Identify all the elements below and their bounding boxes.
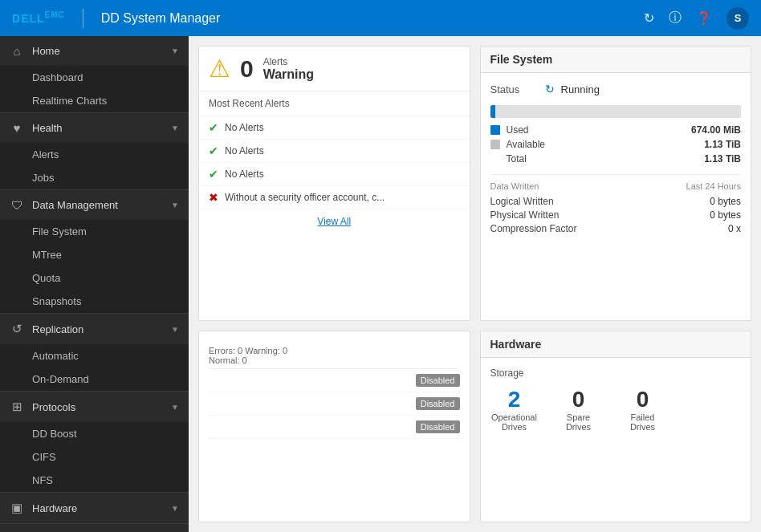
main-content: ⚠ 0 Alerts Warning Most Recent Alerts ✔ … (189, 36, 761, 532)
sidebar-item-automatic[interactable]: Automatic (0, 344, 189, 368)
view-all-link[interactable]: View All (199, 209, 470, 234)
sidebar-item-dd-boost[interactable]: DD Boost (0, 422, 189, 445)
sidebar-item-home[interactable]: ⌂ Home ▼ (0, 36, 189, 66)
alert-item-4: ✖ Without a security officer account, c.… (199, 186, 470, 209)
hw-drives-container: 2 Operational Drives 0 Spare Drives 0 Fa… (490, 387, 742, 432)
hardware-icon: ▣ (10, 501, 24, 515)
fs-status-label: Status (490, 83, 539, 95)
health-chevron-icon: ▼ (171, 124, 179, 132)
sidebar-section-home: ⌂ Home ▼ Dashboard Realtime Charts (0, 36, 189, 113)
alert-count: 0 (240, 55, 254, 83)
sidebar-protocols-children: DD Boost CIFS NFS (0, 422, 189, 492)
sidebar-item-replication[interactable]: ↺ Replication ▼ (0, 314, 189, 344)
fs-status-row: Status ↻ Running (490, 83, 742, 95)
sidebar-section-data-management: 🛡 Data Management ▼ File System MTree Qu… (0, 190, 189, 314)
proto-status-3: Disabled (416, 420, 460, 433)
sidebar-protocols-label: Protocols (32, 401, 171, 413)
alert-label-block: Alerts Warning (263, 56, 314, 82)
sidebar-item-file-system[interactable]: File System (0, 220, 189, 243)
compression-factor-row: Compression Factor 0 x (490, 223, 742, 234)
sidebar-item-hardware[interactable]: ▣ Hardware ▼ (0, 493, 189, 523)
hardware-card-body: Storage 2 Operational Drives 0 Spare Dri… (481, 358, 751, 441)
ok-icon-3: ✔ (209, 168, 218, 181)
app-body: ⌂ Home ▼ Dashboard Realtime Charts ♥ Hea… (0, 36, 761, 532)
operational-drives-label: Operational Drives (490, 412, 539, 432)
spare-drives-item: 0 Spare Drives (555, 387, 603, 432)
alert-severity-label: Warning (263, 67, 314, 82)
sidebar-item-protocols[interactable]: ⊞ Protocols ▼ (0, 392, 189, 422)
app-title: DD System Manager (101, 11, 221, 26)
replication-icon: ↺ (10, 322, 24, 336)
sidebar-item-cifs[interactable]: CIFS (0, 445, 189, 469)
sidebar-item-jobs[interactable]: Jobs (0, 166, 189, 189)
user-avatar[interactable]: S (726, 7, 749, 30)
data-written-header-label: Data Written (490, 181, 539, 191)
alert-item-3: ✔ No Alerts (199, 163, 470, 186)
sidebar-item-alerts[interactable]: Alerts (0, 143, 189, 166)
alert-item-2: ✔ No Alerts (199, 140, 470, 163)
sidebar-health-children: Alerts Jobs (0, 143, 189, 189)
available-legend-label: Available (507, 139, 698, 150)
sidebar-hardware-label: Hardware (32, 502, 171, 514)
protocols-chevron-icon: ▼ (171, 403, 179, 412)
replication-chevron-icon: ▼ (171, 325, 179, 334)
alert-text-2: No Alerts (225, 145, 264, 156)
available-swatch (490, 140, 500, 149)
sidebar-section-hardware: ▣ Hardware ▼ (0, 493, 189, 524)
sidebar-data-management-label: Data Management (32, 199, 171, 211)
alert-text-3: No Alerts (225, 169, 264, 180)
failed-drives-label: Failed Drives (619, 412, 667, 432)
brand-area: DELLEMC DD System Manager (12, 9, 220, 28)
compression-factor-value: 0 x (728, 223, 741, 234)
errors-text-2: rrors: 0 Warning: 0 (214, 346, 287, 355)
brand-logo: DELLEMC (12, 10, 65, 26)
used-legend-value: 674.00 MiB (691, 124, 741, 136)
help-icon[interactable]: ❓ (696, 10, 712, 26)
proto-row-3: Disabled (209, 416, 460, 439)
sidebar-health-label: Health (32, 122, 171, 134)
normal-text: Normal: 0 (209, 355, 247, 365)
nav-icons: ↻ ⓘ ❓ S (644, 7, 749, 30)
fs-data-header: Data Written Last 24 Hours (490, 181, 742, 191)
fs-legend-used: Used 674.00 MiB (490, 124, 742, 136)
error-icon-1: ✖ (209, 191, 218, 204)
ok-icon-2: ✔ (209, 144, 218, 157)
sidebar-bottom[interactable]: ⊙ (0, 524, 189, 532)
sidebar-item-data-management[interactable]: 🛡 Data Management ▼ (0, 190, 189, 220)
sidebar-data-management-children: File System MTree Quota Snapshots (0, 220, 189, 313)
file-system-card-header: File System (481, 47, 751, 73)
alert-summary: ⚠ 0 Alerts Warning (199, 47, 470, 91)
sidebar-replication-children: Automatic On-Demand (0, 344, 189, 391)
used-legend-label: Used (507, 124, 685, 136)
sidebar-item-realtime-charts[interactable]: Realtime Charts (0, 89, 189, 112)
compression-factor-label: Compression Factor (490, 223, 577, 234)
fs-status-value: Running (561, 83, 600, 95)
sidebar-item-nfs[interactable]: NFS (0, 469, 189, 492)
available-legend-value: 1.13 TiB (704, 139, 741, 150)
brand-divider (83, 9, 83, 28)
hardware-card: Hardware Storage 2 Operational Drives 0 … (480, 331, 752, 523)
shield-icon: 🛡 (10, 198, 24, 212)
used-swatch (490, 125, 500, 135)
home-icon: ⌂ (10, 44, 24, 58)
fs-data-section: Data Written Last 24 Hours Logical Writt… (490, 181, 742, 234)
sidebar: ⌂ Home ▼ Dashboard Realtime Charts ♥ Hea… (0, 36, 189, 532)
fs-progress-fill (490, 105, 495, 118)
sidebar-item-health[interactable]: ♥ Health ▼ (0, 113, 189, 143)
info-icon[interactable]: ⓘ (669, 10, 682, 26)
spare-drives-count: 0 (572, 387, 585, 412)
data-management-chevron-icon: ▼ (171, 201, 179, 209)
total-swatch (490, 154, 500, 164)
physical-written-label: Physical Written (490, 209, 560, 221)
sidebar-home-children: Dashboard Realtime Charts (0, 66, 189, 112)
proto-row-2: Disabled (209, 392, 460, 416)
refresh-icon[interactable]: ↻ (644, 10, 654, 26)
sidebar-item-quota[interactable]: Quota (0, 266, 189, 290)
sidebar-item-mtree[interactable]: MTree (0, 243, 189, 266)
sidebar-item-on-demand[interactable]: On-Demand (0, 368, 189, 391)
most-recent-label: Most Recent Alerts (199, 91, 470, 116)
sidebar-item-dashboard[interactable]: Dashboard (0, 66, 189, 89)
total-legend-label: Total (507, 153, 698, 164)
sidebar-item-snapshots[interactable]: Snapshots (0, 290, 189, 313)
protocols-icon: ⊞ (10, 400, 24, 414)
